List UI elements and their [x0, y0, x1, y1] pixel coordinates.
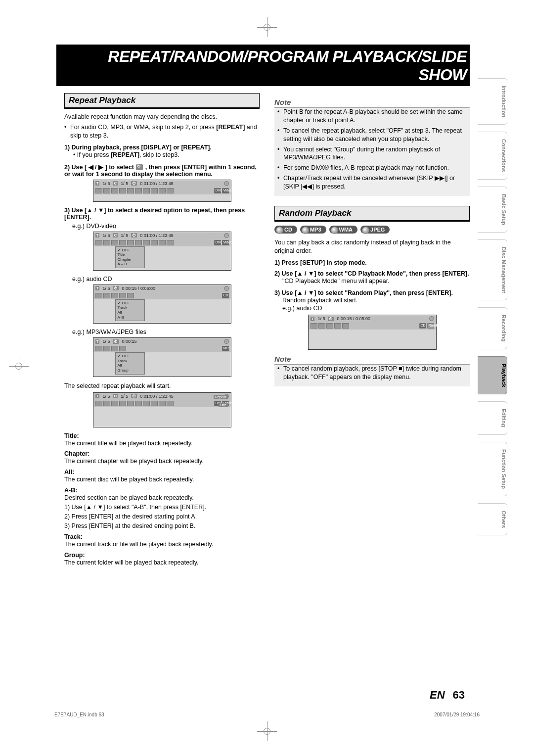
random-playback-header: Random Playback — [274, 206, 470, 222]
osd-display-3: T1/ 5⏱0:00:15 / 0:05:00 CD OFFTrackAllA-… — [93, 284, 231, 324]
side-tabs: Introduction Connections Basic Setup Dis… — [478, 78, 507, 535]
term-title: Title: — [64, 432, 260, 439]
term-group: Group: — [64, 552, 260, 559]
tab-others[interactable]: Others — [478, 503, 507, 535]
tab-function-setup[interactable]: Function Setup — [478, 442, 507, 496]
def-group: The current folder will be played back r… — [64, 559, 260, 567]
repeat-key: [REPEAT] — [216, 124, 245, 131]
tab-basic-setup[interactable]: Basic Setup — [478, 187, 507, 233]
tab-connections[interactable]: Connections — [478, 132, 507, 180]
note1-item-1: To cancel the repeat playback, select "O… — [277, 127, 467, 143]
note2-header: Note — [274, 355, 470, 365]
repeat-osd-icon — [136, 164, 143, 170]
note1-item-3: For some DivX® files, A-B repeat playbac… — [277, 164, 467, 172]
tab-editing[interactable]: Editing — [478, 401, 507, 434]
footer-right: 2007/01/29 19:04:16 — [434, 712, 480, 717]
note1-item-4: Chapter/Track repeat will be canceled wh… — [277, 174, 467, 191]
eg-files: e.g.) MP3/WMA/JPEG files — [72, 329, 260, 335]
def-chapter: The current chapter will be played back … — [64, 457, 260, 466]
badge-cd: CD — [274, 226, 297, 234]
footer-left: E7E7AUD_EN.indb 63 — [54, 712, 104, 717]
random-intro: You can play back a disc randomly instea… — [274, 238, 470, 255]
left-column: Repeat Playback Available repeat functio… — [64, 93, 260, 567]
osd-random: T1/ 5⏱0:00:15 / 0:05:00 CDRandom — [308, 315, 437, 350]
right-arrow-icon — [98, 164, 103, 171]
badge-wma: WMA — [329, 226, 358, 234]
term-track: Track: — [64, 533, 260, 540]
osd3-menu: OFFTrackAllA-B — [115, 299, 145, 321]
def-ab-2: 2) Press [ENTER] at the desired starting… — [64, 513, 260, 521]
crop-mark-bottom — [257, 721, 277, 741]
note1-box: Point B for the repeat A-B playback shou… — [274, 108, 470, 196]
badge-mp3: MP3 — [300, 226, 326, 234]
random-step3-body2: e.g.) audio CD — [282, 304, 470, 313]
def-all: The current disc will be played back rep… — [64, 475, 260, 484]
badge-jpeg: JPEG — [360, 226, 390, 234]
random-step2: 2) Use [▲ / ▼] to select "CD Playback Mo… — [274, 270, 470, 277]
repeat-step1: 1) During playback, press [DISPLAY] or [… — [64, 144, 260, 151]
repeat-intro-bullet: For audio CD, MP3, or WMA, skip to step … — [64, 123, 260, 140]
note1-item-2: You cannot select "Group" during the ran… — [277, 145, 467, 162]
random-step3: 3) Use [▲ / ▼] to select "Random Play", … — [274, 289, 470, 296]
page-content: REPEAT/RANDOM/PROGRAM PLAYBACK/SLIDE SHO… — [64, 45, 470, 567]
crop-mark-top — [257, 17, 277, 37]
osd-display-5: T1/ 5C1/ 5⏱0:01:00 / 1:23:45 DVDVideo Re… — [93, 392, 231, 427]
osd4-menu: OFFTrackAllGroup — [115, 352, 145, 374]
repeat-intro: Available repeat function may vary depen… — [64, 113, 260, 121]
osd-display-4: T1/ 5⏱0:00:15 MP3 OFFTrackAllGroup — [93, 337, 231, 377]
def-title: The current title will be played back re… — [64, 439, 260, 448]
eg-cd: e.g.) audio CD — [72, 276, 260, 283]
term-ab: A-B: — [64, 487, 260, 494]
repeat-step3: 3) Use [▲ / ▼] to select a desired optio… — [64, 207, 260, 221]
repeat-step1-sub: • If you press [REPEAT], skip to step3. — [73, 151, 260, 159]
osd-display-2: T1/ 5C1/ 5⏱0:01:00 / 1:23:45 DVDVideo OF… — [93, 232, 231, 271]
note1-header: Note — [274, 98, 470, 108]
tab-disc-management[interactable]: Disc Management — [478, 239, 507, 301]
random-step1: 1) Press [SETUP] in stop mode. — [274, 259, 470, 266]
right-column: Note Point B for the repeat A-B playback… — [274, 93, 470, 567]
repeat-intro-bullet-pre: For audio CD, MP3, or WMA, skip to step … — [70, 124, 216, 131]
eg-dvd: e.g.) DVD-video — [72, 223, 260, 230]
osd-display-1: T1/ 5 C1/ 5 ⏱0:01:00 / 1:23:45 DVDVideo — [93, 180, 231, 202]
page-number: EN63 — [430, 689, 465, 702]
def-ab-0: Desired section can be played back repea… — [64, 494, 260, 502]
random-step2-body: "CD Playback Mode" menu will appear. — [282, 277, 470, 285]
left-arrow-icon — [89, 164, 93, 171]
note2-box: To cancel random playback, press [STOP ■… — [274, 365, 470, 386]
note1-item-0: Point B for the repeat A-B playback shou… — [277, 108, 467, 125]
random-step3-body1: Random playback will start. — [282, 296, 470, 305]
def-track: The current track or file will be played… — [64, 540, 260, 549]
repeat-playback-header: Repeat Playback — [64, 93, 260, 109]
note2-item-0: To cancel random playback, press [STOP ■… — [277, 365, 467, 381]
repeat-step2: 2) Use [ / ] to select , then press [ENT… — [64, 163, 260, 178]
def-ab-1: 1) Use [▲ / ▼] to select "A-B", then pre… — [64, 503, 260, 512]
disc-badges: CD MP3 WMA JPEG — [274, 226, 470, 234]
crop-mark-left — [9, 356, 29, 376]
tab-introduction[interactable]: Introduction — [478, 78, 507, 125]
term-chapter: Chapter: — [64, 450, 260, 457]
term-all: All: — [64, 469, 260, 475]
page-title: REPEAT/RANDOM/PROGRAM PLAYBACK/SLIDE SHO… — [56, 45, 470, 86]
tab-recording[interactable]: Recording — [478, 307, 507, 349]
tab-playback[interactable]: Playback — [478, 356, 507, 395]
osd2-menu: OFFTitleChapterA – B — [115, 246, 145, 268]
def-ab-3: 3) Press [ENTER] at the desired ending p… — [64, 522, 260, 530]
selected-start: The selected repeat playback will start. — [64, 382, 260, 390]
